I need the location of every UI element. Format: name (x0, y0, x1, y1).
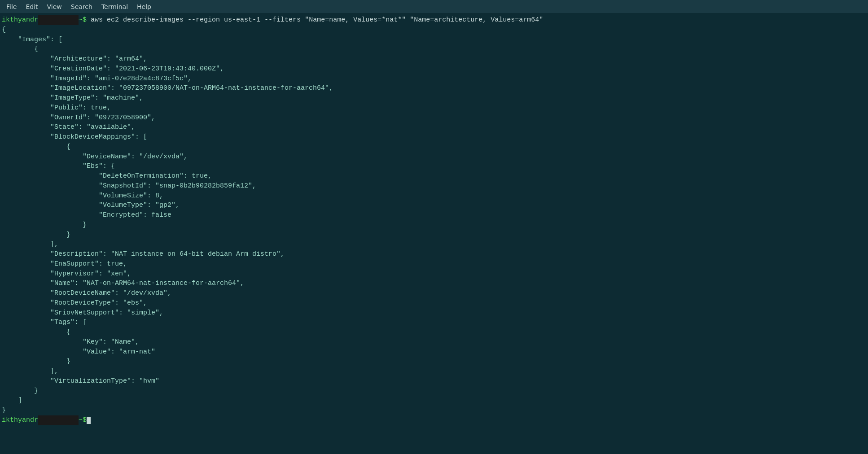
output-line: "Encrypted": false (0, 210, 868, 220)
command-prompt-line: ikthyandr ~$ aws ec2 describe-images --r… (0, 15, 868, 25)
output-line: "Value": "arm-nat" (0, 347, 868, 357)
menu-edit[interactable]: Edit (21, 1, 42, 12)
output-line: "State": "available", (0, 122, 868, 132)
output-line: "ImageType": "machine", (0, 93, 868, 103)
output-line: "VolumeSize": 8, (0, 191, 868, 201)
output-line: "ImageId": "ami-07e28d2a4c873cf5c", (0, 74, 868, 84)
output-line: "RootDeviceType": "ebs", (0, 298, 868, 308)
menu-help[interactable]: Help (132, 1, 156, 12)
command-text: aws ec2 describe-images --region us-east… (87, 15, 543, 25)
output-line: "Public": true, (0, 103, 868, 113)
prompt2-user: ikthyandr (2, 415, 38, 425)
output-line: "DeleteOnTermination": true, (0, 171, 868, 181)
output-line: "EnaSupport": true, (0, 259, 868, 269)
menu-view[interactable]: View (43, 1, 66, 12)
cursor-block (87, 417, 91, 424)
output-line: "OwnerId": "097237058900", (0, 113, 868, 123)
menu-file[interactable]: File (2, 1, 21, 12)
output-line: } (0, 220, 868, 230)
output-line: "SnapshotId": "snap-0b2b90282b859fa12", (0, 181, 868, 191)
output-line: "RootDeviceName": "/dev/xvda", (0, 288, 868, 298)
output-line: "BlockDeviceMappings": [ (0, 132, 868, 142)
output-line: "Key": "Name", (0, 337, 868, 347)
output-line: "Description": "NAT instance on 64-bit d… (0, 249, 868, 259)
output-line: } (0, 386, 868, 396)
output-line: "SriovNetSupport": "simple", (0, 308, 868, 318)
output-line: "Images": [ (0, 35, 868, 45)
menu-terminal[interactable]: Terminal (97, 1, 132, 12)
output-line: } (0, 230, 868, 240)
output-line: "VirtualizationType": "hvm" (0, 376, 868, 386)
output-line: "DeviceName": "/dev/xvda", (0, 152, 868, 162)
output-area: { "Images": [ { "Architecture": "arm64",… (0, 25, 868, 415)
output-line: ] (0, 396, 868, 406)
menu-bar: File Edit View Search Terminal Help (0, 0, 868, 13)
output-line: "Tags": [ (0, 318, 868, 327)
output-line: { (0, 142, 868, 152)
prompt-redact (38, 15, 79, 25)
output-line: "Hypervisor": "xen", (0, 269, 868, 279)
output-line: "Name": "NAT-on-ARM64-nat-instance-for-a… (0, 279, 868, 288)
prompt2-tilde-dollar: ~$ (79, 415, 87, 425)
prompt-tilde-dollar: ~$ (79, 15, 87, 25)
prompt2-redact (38, 415, 79, 425)
output-line: } (0, 357, 868, 367)
output-line: "Ebs": { (0, 162, 868, 171)
prompt-user: ikthyandr (2, 15, 38, 25)
terminal-content: ikthyandr ~$ aws ec2 describe-images --r… (0, 13, 868, 454)
output-line: "VolumeType": "gp2", (0, 201, 868, 210)
output-line: ], (0, 240, 868, 249)
output-line: "Architecture": "arm64", (0, 54, 868, 64)
output-line: "ImageLocation": "097237058900/NAT-on-AR… (0, 83, 868, 93)
output-line: { (0, 327, 868, 337)
second-prompt-line: ikthyandr ~$ (0, 415, 868, 425)
output-line: "CreationDate": "2021-06-23T19:43:40.000… (0, 64, 868, 74)
output-line: { (0, 44, 868, 54)
menu-search[interactable]: Search (66, 1, 97, 12)
output-line: { (0, 25, 868, 35)
output-line: ], (0, 367, 868, 376)
output-line: } (0, 406, 868, 415)
